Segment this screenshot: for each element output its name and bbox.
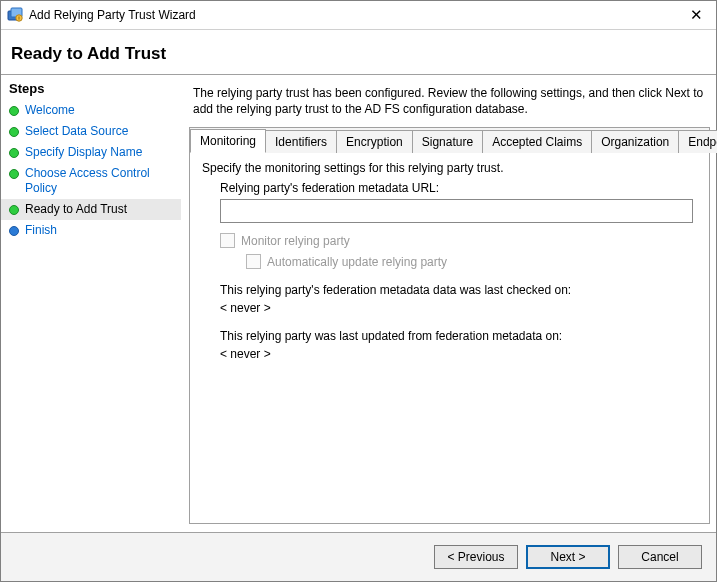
previous-button[interactable]: < Previous [434,545,518,569]
steps-sidebar: Steps Welcome Select Data Source Specify… [1,75,181,532]
bullet-icon [9,127,19,137]
last-checked-label: This relying party's federation metadata… [220,283,697,297]
monitoring-description: Specify the monitoring settings for this… [202,161,697,175]
step-select-data-source[interactable]: Select Data Source [1,121,181,142]
checkbox-label: Automatically update relying party [267,255,447,269]
svg-rect-3 [18,16,19,19]
title-bar: Add Relying Party Trust Wizard ✕ [1,1,716,30]
checkbox-label: Monitor relying party [241,234,350,248]
bullet-icon [9,148,19,158]
tab-content-monitoring: Specify the monitoring settings for this… [190,153,709,523]
tab-encryption[interactable]: Encryption [336,130,413,153]
metadata-url-label: Relying party's federation metadata URL: [220,181,697,195]
step-welcome[interactable]: Welcome [1,100,181,121]
monitor-relying-party-checkbox: Monitor relying party [220,233,697,248]
step-ready-to-add-trust[interactable]: Ready to Add Trust [1,199,181,220]
step-specify-display-name[interactable]: Specify Display Name [1,142,181,163]
step-label: Ready to Add Trust [25,202,127,217]
last-updated-label: This relying party was last updated from… [220,329,697,343]
intro-text: The relying party trust has been configu… [189,83,710,127]
auto-update-checkbox: Automatically update relying party [246,254,697,269]
step-label: Finish [25,223,57,238]
steps-title: Steps [1,81,181,100]
tab-accepted-claims[interactable]: Accepted Claims [482,130,592,153]
tab-strip: Monitoring Identifiers Encryption Signat… [190,128,709,153]
last-checked-value: < never > [220,301,697,315]
last-updated-value: < never > [220,347,697,361]
bullet-icon [9,169,19,179]
tab-signature[interactable]: Signature [412,130,483,153]
metadata-url-input [220,199,693,223]
step-label: Choose Access Control Policy [25,166,173,196]
spacer [189,524,710,532]
wizard-window: Add Relying Party Trust Wizard ✕ Ready t… [0,0,717,582]
bullet-icon [9,226,19,236]
tab-identifiers[interactable]: Identifiers [265,130,337,153]
window-title: Add Relying Party Trust Wizard [29,8,676,22]
bullet-icon [9,106,19,116]
step-label: Specify Display Name [25,145,142,160]
checkbox-icon [246,254,261,269]
bullet-icon [9,205,19,215]
wizard-footer: < Previous Next > Cancel [1,532,716,581]
cancel-button[interactable]: Cancel [618,545,702,569]
tab-organization[interactable]: Organization [591,130,679,153]
checkbox-icon [220,233,235,248]
settings-tab-panel: Monitoring Identifiers Encryption Signat… [189,127,710,524]
wizard-body: Steps Welcome Select Data Source Specify… [1,74,716,532]
page-heading: Ready to Add Trust [1,30,716,74]
step-finish[interactable]: Finish [1,220,181,241]
tab-endpoints[interactable]: Endpoints [678,130,717,153]
step-label: Select Data Source [25,124,128,139]
next-button[interactable]: Next > [526,545,610,569]
content-area: The relying party trust has been configu… [181,75,716,532]
close-button[interactable]: ✕ [676,1,716,29]
tab-monitoring[interactable]: Monitoring [190,129,266,153]
step-choose-access-control-policy[interactable]: Choose Access Control Policy [1,163,181,199]
app-icon [7,7,23,23]
step-label: Welcome [25,103,75,118]
